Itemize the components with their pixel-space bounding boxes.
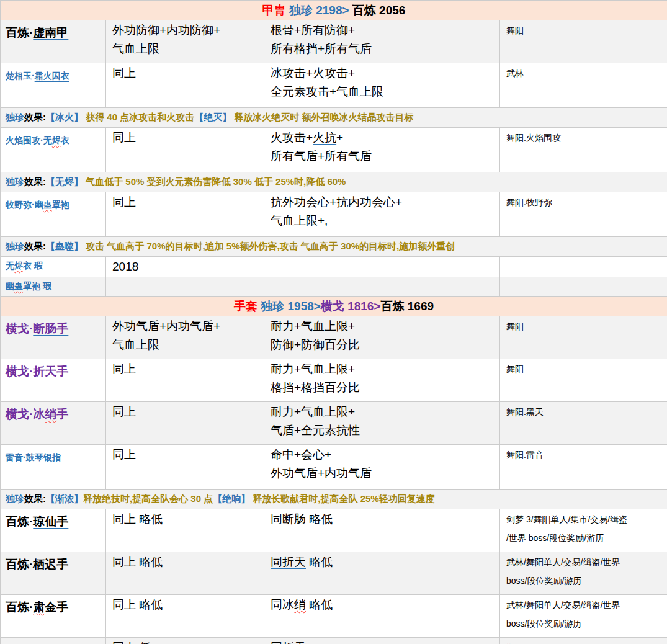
equipment-row: 雷音·鼓琴银指同上命中+会心+外功气盾+内功气盾舞阳.雷音 bbox=[1, 445, 667, 490]
bonus-stats: 略低 bbox=[306, 598, 333, 611]
section-title-text: 独珍 2198> bbox=[286, 4, 352, 17]
bonus-stats: 略低 bbox=[306, 555, 333, 568]
link-text[interactable]: 断肠手 bbox=[33, 322, 68, 335]
section-title-text: 甲胄 bbox=[262, 4, 286, 17]
source-text: 武林 bbox=[506, 68, 524, 78]
effect-text: 释放冰火绝灭时 额外召唤冰火结晶攻击目标 bbox=[231, 112, 413, 122]
source-text: boss/段位奖励/游历 bbox=[506, 619, 581, 628]
effect-text: 【绝响】 bbox=[213, 493, 250, 504]
bonus-stats: 气血上限+, bbox=[271, 214, 328, 227]
unique-effect-row: 独珍效果:【无烬】 气血低于 50% 受到火元素伤害降低 30% 低于 25%时… bbox=[1, 172, 667, 192]
equipment-name-cell: 火焰围攻·无烬衣 bbox=[1, 128, 106, 172]
bonus-stats-line: 耐力+气血上限+ bbox=[271, 317, 493, 336]
equipment-row: 横戈·折天手同上耐力+气血上限+格挡+格挡百分比舞阳 bbox=[1, 359, 667, 402]
equipment-name-cell: 百炼·肃金手 bbox=[1, 595, 106, 638]
source-text: 舞阳.雷音 bbox=[506, 450, 544, 460]
equipment-name-cell: 牧野弥·幽蛊罩袍 bbox=[1, 192, 106, 237]
unique-effect-row: 独珍效果:【蛊噬】 攻击 气血高于 70%的目标时,追加 5%额外伤害,攻击 气… bbox=[1, 237, 667, 257]
equipment-row: 楚相玉·霜火囚衣同上冰攻击+火攻击+全元素攻击+气血上限武林 bbox=[1, 63, 667, 108]
bonus-stats: 命中+会心+ bbox=[271, 448, 331, 461]
effect-text: 【无烬】 bbox=[46, 176, 83, 187]
source-text-line: 舞阳.黑天 bbox=[506, 403, 661, 421]
base-stats-line: 同上 bbox=[112, 64, 257, 83]
source-text-line: 舞阳.雷音 bbox=[506, 445, 661, 464]
equipment-name: 横戈· bbox=[6, 365, 33, 378]
base-stats: 同上 bbox=[112, 66, 136, 79]
bonus-stats-line: 冰攻击+火攻击+ bbox=[271, 64, 493, 83]
equipment-row: 牧野弥·幽蛊罩袍同上抗外功会心+抗内功会心+气血上限+,舞阳.牧野弥 bbox=[1, 192, 667, 237]
bonus-stats: 火攻击+ bbox=[271, 131, 313, 144]
base-stats-line: 同上 略低 bbox=[112, 553, 257, 571]
link-text[interactable]: 同折天 bbox=[271, 641, 306, 644]
link-text[interactable]: 折天手 bbox=[33, 365, 68, 378]
base-stats-line: 外功防御+内功防御+ bbox=[112, 21, 257, 40]
bonus-stats-cell: 命中+会心+外功气盾+内功气盾 bbox=[264, 445, 500, 490]
equipment-name: 罩袍 瑕 bbox=[23, 281, 51, 291]
equipment-name: 牧野弥·幽 bbox=[6, 200, 43, 210]
equipment-row: 火焰围攻·无烬衣同上火攻击+火抗+所有气盾+所有气盾舞阳.火焰围攻 bbox=[1, 128, 667, 172]
link-text[interactable]: 剑梦 bbox=[506, 514, 526, 524]
source-text: boss/段位奖励/游历 bbox=[506, 576, 581, 586]
bonus-stats-line: 命中+会心+ bbox=[271, 445, 493, 464]
effect-text: 独珍 bbox=[6, 241, 24, 251]
link-text[interactable]: 琼仙手 bbox=[33, 515, 68, 528]
base-stats: 同上 bbox=[112, 195, 136, 208]
equipment-row: 百炼·栖迟手同上 略低同折天 略低武林/舞阳单人/交易/缉盗/世界boss/段位… bbox=[1, 552, 667, 595]
effect-text: 【绝灭】 bbox=[194, 112, 231, 122]
equipment-name: 楚相玉· bbox=[6, 71, 35, 81]
equipment-table: 甲胄 独珍 2198> 百炼 2056百炼·虚南甲外功防御+内功防御+气血上限根… bbox=[0, 0, 667, 644]
base-stats-cell: 同上 低 bbox=[106, 638, 264, 644]
source-text: 舞阳.牧野弥 bbox=[506, 197, 552, 207]
base-stats-line: 同上 略低 bbox=[112, 596, 257, 614]
link-text[interactable]: 同折天 bbox=[271, 555, 306, 568]
link-text[interactable]: 琴银指 bbox=[35, 452, 61, 462]
unique-effect-text: 独珍效果:【蛊噬】 攻击 气血高于 70%的目标时,追加 5%额外伤害,攻击 气… bbox=[1, 237, 667, 257]
equipment-name: 衣 bbox=[61, 135, 69, 145]
base-stats-cell: 同上 bbox=[106, 359, 264, 402]
source-cell bbox=[500, 257, 667, 277]
bonus-stats: 绡 bbox=[294, 598, 306, 611]
effect-text: 【渐浓】 bbox=[46, 493, 83, 504]
link-text[interactable]: 霜火囚衣 bbox=[35, 71, 69, 81]
bonus-stats-cell: 火攻击+火抗+所有气盾+所有气盾 bbox=[264, 128, 500, 172]
link-text[interactable]: 火抗 bbox=[313, 131, 336, 144]
bonus-stats-line: 火攻击+火抗+ bbox=[271, 128, 493, 147]
bonus-stats-line: 根骨+所有防御+ bbox=[271, 21, 493, 40]
equipment-name: 百炼·栖迟手 bbox=[6, 558, 68, 571]
base-stats-line: 同上 低 bbox=[112, 638, 257, 644]
effect-text: 释放长歌献君时,提高全队 25%轻功回复速度 bbox=[250, 493, 435, 504]
bonus-stats-line: 格挡+格挡百分比 bbox=[271, 378, 493, 397]
source-text-line: 舞阳.火焰围攻 bbox=[506, 128, 661, 147]
source-text: 舞阳.火焰围攻 bbox=[506, 133, 561, 143]
source-text-line: boss/段位奖励/游历 bbox=[506, 614, 661, 633]
source-text: 武林/舞阳单人/交易/缉盗/世界 bbox=[506, 557, 620, 567]
source-cell: 舞阳.火焰围攻 bbox=[500, 128, 667, 172]
equipment-name-cell: 百炼·栖迟手 bbox=[1, 552, 106, 595]
bonus-stats-line: 同冰绡 略低 bbox=[271, 596, 493, 614]
unique-effect-text: 独珍效果:【渐浓】释放绝技时,提高全队会心 30 点【绝响】 释放长歌献君时,提… bbox=[1, 490, 667, 509]
effect-text: 攻击 气血高于 70%的目标时,追加 5%额外伤害,攻击 气血高于 30%的目标… bbox=[83, 241, 455, 251]
bonus-stats-cell: 耐力+气血上限+防御+防御百分比 bbox=[264, 316, 500, 359]
equipment-name: 无 bbox=[6, 261, 14, 271]
base-stats: 同上 bbox=[112, 405, 136, 418]
bonus-stats: 防御+防御百分比 bbox=[271, 338, 360, 351]
source-text: 舞阳 bbox=[506, 25, 524, 35]
equipment-name-cell: 楚相玉·霜火囚衣 bbox=[1, 63, 106, 108]
bonus-stats-line: 所有格挡+所有气盾 bbox=[271, 40, 493, 58]
bonus-stats-cell: 同折天 略低 bbox=[264, 552, 500, 595]
section-title-text: 百炼 2056 bbox=[352, 4, 406, 17]
bonus-stats-line: 同折天 bbox=[271, 638, 493, 644]
bonus-stats-line: 耐力+气血上限+ bbox=[271, 360, 493, 378]
source-text: 3/舞阳单人/集市/交易/缉盗 bbox=[526, 514, 627, 524]
bonus-stats: 耐力+气血上限+ bbox=[271, 405, 355, 418]
bonus-stats: 根骨+所有防御+ bbox=[271, 24, 355, 37]
source-cell: 武林/舞阳单人/交易/缉盗/世界boss/段位奖励/游历 bbox=[500, 595, 667, 638]
link-text[interactable]: 虚南甲 bbox=[33, 26, 68, 39]
base-stats-cell: 同上 略低 bbox=[106, 595, 264, 638]
bonus-stats-line: 所有气盾+所有气盾 bbox=[271, 147, 493, 166]
equipment-name-cell: 横戈·断肠手 bbox=[1, 316, 106, 359]
base-stats-cell: 同上 bbox=[106, 445, 264, 490]
effect-text: 效果: bbox=[24, 241, 46, 251]
base-stats-cell: 同上 略低 bbox=[106, 509, 264, 552]
document-page: 甲胄 独珍 2198> 百炼 2056百炼·虚南甲外功防御+内功防御+气血上限根… bbox=[0, 0, 667, 644]
